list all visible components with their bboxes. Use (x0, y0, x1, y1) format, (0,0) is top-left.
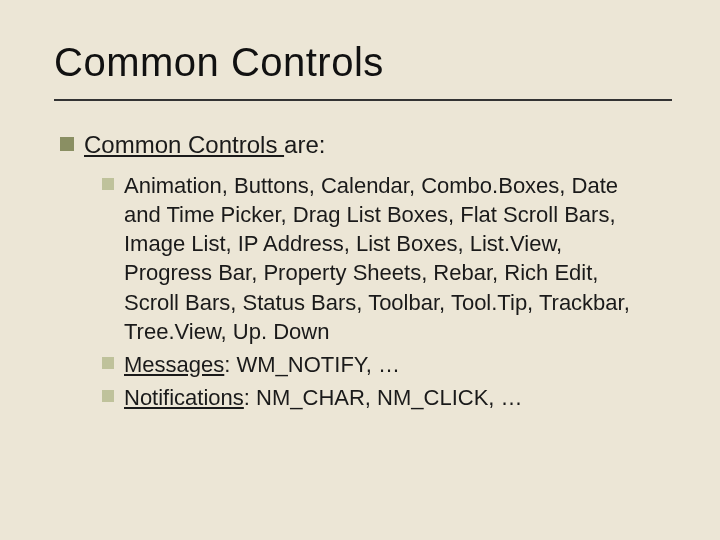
level2-underlined: Messages (124, 352, 224, 377)
level1-text: Common Controls are: (84, 129, 325, 161)
level1-underlined: Common Controls (84, 131, 284, 158)
list-item: Messages: WM_NOTIFY, … (102, 350, 642, 379)
level2-rest: : WM_NOTIFY, … (224, 352, 400, 377)
title-divider (54, 99, 672, 101)
level1-item: Common Controls are: (60, 129, 672, 161)
level2-rest: Animation, Buttons, Calendar, Combo.Boxe… (124, 173, 630, 343)
level2-underlined: Notifications (124, 385, 244, 410)
level1-rest: are: (284, 131, 325, 158)
square-bullet-icon (102, 390, 114, 402)
level2-text: Notifications: NM_CHAR, NM_CLICK, … (124, 383, 523, 412)
level2-text: Messages: WM_NOTIFY, … (124, 350, 400, 379)
list-item: Animation, Buttons, Calendar, Combo.Boxe… (102, 171, 642, 345)
list-item: Notifications: NM_CHAR, NM_CLICK, … (102, 383, 642, 412)
square-bullet-icon (102, 357, 114, 369)
level2-rest: : NM_CHAR, NM_CLICK, … (244, 385, 523, 410)
level1-block: Common Controls are: Animation, Buttons,… (60, 129, 672, 412)
level2-text: Animation, Buttons, Calendar, Combo.Boxe… (124, 171, 642, 345)
slide: Common Controls Common Controls are: Ani… (0, 0, 720, 540)
square-bullet-icon (60, 137, 74, 151)
level2-list: Animation, Buttons, Calendar, Combo.Boxe… (102, 171, 642, 411)
slide-title: Common Controls (54, 40, 672, 85)
square-bullet-icon (102, 178, 114, 190)
